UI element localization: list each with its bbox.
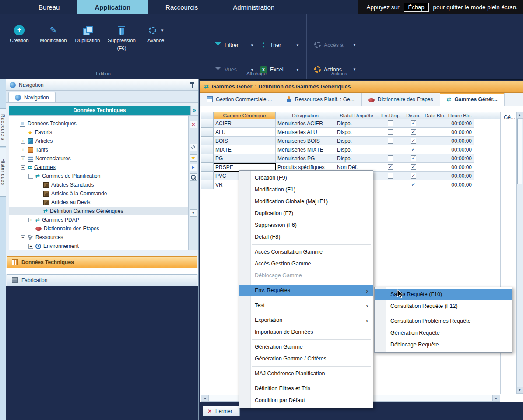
menu-item-condition-par-defaut[interactable]: Condition par Défaut — [239, 395, 373, 406]
cell-date-blo[interactable] — [424, 163, 446, 172]
cell-gamme[interactable]: ALU — [214, 128, 276, 137]
search-button[interactable] — [190, 173, 197, 181]
panel-splitter[interactable] — [6, 250, 198, 256]
cell-designation[interactable]: Menuiseries BOIS — [276, 137, 335, 145]
v-scroll-thumb[interactable] — [517, 119, 522, 184]
row-selector[interactable] — [201, 163, 214, 172]
column-header-heure-blo[interactable]: Heure Blo. — [446, 112, 474, 119]
menu-item-generation-gamme[interactable]: Génération Gamme — [239, 341, 373, 353]
checkbox-icon[interactable] — [411, 164, 416, 170]
cell-err-req[interactable] — [378, 154, 403, 163]
dock-tab-raccourcis[interactable]: Raccourcis — [0, 108, 6, 147]
dock-tab-historiques[interactable]: Historiques — [0, 148, 6, 197]
cancel-button[interactable]: ✕ — [190, 121, 197, 128]
tree-item-donnees-techniques[interactable]: Données Techniques — [9, 119, 189, 128]
cell-dispo[interactable] — [403, 137, 424, 145]
tab-bureau[interactable]: Bureau — [21, 0, 77, 14]
cell-dispo[interactable] — [403, 119, 424, 128]
scroll-down-button[interactable]: ▼ — [517, 387, 523, 393]
cell-statut[interactable]: Dispo. — [335, 154, 378, 163]
tab-ressources-planif[interactable]: Ressources Planif. : Ge... — [279, 93, 362, 106]
cell-date-blo[interactable] — [424, 180, 446, 189]
checkbox-icon[interactable] — [411, 155, 416, 161]
table-row[interactable]: MIXTE Menuiseries MIXTE Dispo. 00:00:00 — [201, 145, 500, 154]
tree-item-articles-au-devis[interactable]: Articles au Devis — [9, 198, 189, 207]
cell-date-blo[interactable] — [424, 145, 446, 154]
checkbox-icon[interactable] — [388, 120, 393, 126]
cell-heure-blo[interactable]: 00:00:00 — [446, 172, 474, 180]
chevron-down-icon[interactable]: ▼ — [296, 43, 299, 47]
scroll-right-button[interactable]: ► — [492, 395, 500, 401]
row-selector[interactable] — [201, 137, 214, 145]
menu-item-test[interactable]: Test› — [239, 300, 373, 311]
menu-item-detail[interactable]: Détail (F8) — [239, 231, 373, 243]
submenu-item-saisie-requete[interactable]: Saisie Requête (F10) — [375, 289, 512, 300]
tree-item-environnement[interactable]: Environnement — [9, 242, 189, 250]
cell-err-req[interactable] — [378, 163, 403, 172]
checkbox-icon[interactable] — [388, 164, 393, 170]
cell-gamme[interactable]: ACIER — [214, 119, 276, 128]
collapse-icon[interactable] — [28, 174, 33, 179]
menu-item-importation-donnees[interactable]: Importation de Données — [239, 326, 373, 338]
tab-administration[interactable]: Administration — [215, 0, 292, 14]
cell-dispo[interactable] — [403, 172, 424, 180]
checkbox-icon[interactable] — [388, 138, 393, 144]
menu-item-exportation[interactable]: Exportation› — [239, 314, 373, 326]
cell-err-req[interactable] — [378, 180, 403, 189]
tab-dictionnaire-etapes[interactable]: Dictionnaire des Etapes — [362, 93, 440, 106]
cell-err-req[interactable] — [378, 145, 403, 154]
acces-a-button[interactable]: Accès à ▼ — [314, 42, 362, 48]
cell-heure-blo[interactable]: 00:00:00 — [446, 154, 474, 163]
checkbox-icon[interactable] — [411, 182, 416, 187]
checkbox-icon[interactable] — [388, 173, 393, 179]
row-selector[interactable] — [201, 145, 214, 154]
column-header-gamme-generique[interactable]: Gamme Générique — [214, 112, 276, 119]
column-header-err-req[interactable]: Err.Req. — [378, 112, 403, 119]
cell-designation[interactable]: Menuiseries MIXTE — [276, 145, 335, 154]
column-header-date-blo[interactable]: Date Blo. — [424, 112, 446, 119]
table-row[interactable]: BOIS Menuiseries BOIS Dispo. 00:00:00 — [201, 137, 500, 145]
cell-gamme[interactable]: BOIS — [214, 137, 276, 145]
table-row[interactable]: PG Menuiseries PG Dispo. 00:00:00 — [201, 154, 500, 163]
trier-button[interactable]: Trier ▼ — [260, 42, 305, 49]
cell-date-blo[interactable] — [424, 154, 446, 163]
checkbox-icon[interactable] — [411, 129, 416, 135]
menu-item-generation-gamme-criteres[interactable]: Génération Gamme / Critères — [239, 353, 373, 365]
cell-statut[interactable]: Dispo. — [335, 128, 378, 137]
modification-button[interactable]: ✎ Modification — [39, 25, 68, 43]
cell-gamme[interactable]: PG — [214, 154, 276, 163]
cell-heure-blo[interactable]: 00:00:00 — [446, 145, 474, 154]
cell-designation[interactable]: Menuiseries ALU — [276, 128, 335, 137]
cell-heure-blo[interactable]: 00:00:00 — [446, 128, 474, 137]
expand-icon[interactable] — [21, 156, 25, 161]
cell-designation[interactable]: Menuiseries PG — [276, 154, 335, 163]
menu-item-env-requetes[interactable]: Env. Requêtes› — [239, 285, 373, 296]
tab-gammes-generiques[interactable]: ⇄ Gammes Génér... — [440, 93, 505, 106]
collapse-panel-button[interactable]: » — [190, 106, 198, 115]
suppression-button[interactable]: Suppression (F6) — [107, 25, 137, 51]
favorites-button[interactable]: ★ — [190, 154, 197, 162]
collapse-icon[interactable] — [21, 235, 25, 240]
submenu-item-consultation-problemes-requete[interactable]: Consultation Problèmes Requête — [375, 315, 512, 327]
checkbox-icon[interactable] — [411, 173, 416, 179]
checkbox-icon[interactable] — [411, 147, 416, 152]
expand-icon[interactable] — [21, 139, 25, 144]
expand-icon[interactable] — [28, 218, 33, 222]
tab-gestion-commerciale[interactable]: Gestion Commerciale ... — [200, 93, 279, 106]
collapse-icon[interactable] — [21, 165, 25, 170]
tree-item-favoris[interactable]: ★Favoris — [9, 128, 189, 137]
tree-item-ressources[interactable]: Ressources — [9, 233, 189, 242]
creation-button[interactable]: Création — [4, 25, 34, 43]
menu-item-duplication[interactable]: Duplication (F7) — [239, 208, 373, 219]
cell-designation[interactable]: Menuiseries ACIER — [276, 119, 335, 128]
navigation-tab[interactable]: Navigation — [8, 92, 56, 102]
expand-icon[interactable] — [28, 244, 33, 249]
sort-button[interactable]: ▼ — [190, 209, 197, 217]
menu-item-modification-globale[interactable]: Modification Globale (Maj+F1) — [239, 196, 373, 208]
menu-item-modification[interactable]: Modification (F1) — [239, 184, 373, 196]
submenu-item-generation-requete[interactable]: Génération Requête — [375, 327, 512, 339]
v-scrollbar[interactable]: ▲ ▼ — [516, 112, 523, 394]
column-header-selector[interactable] — [201, 112, 214, 119]
options-button[interactable] — [190, 144, 197, 151]
cell-date-blo[interactable] — [424, 172, 446, 180]
